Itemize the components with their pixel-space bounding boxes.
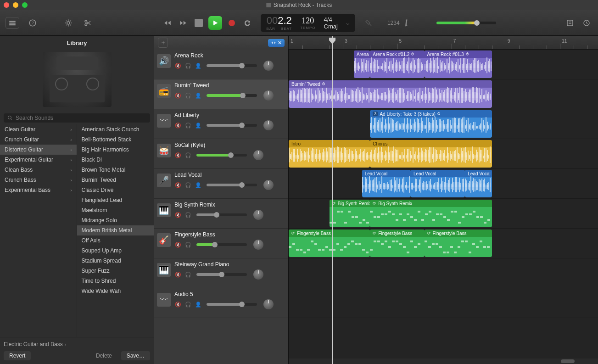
region[interactable]: Lead Vocal: [465, 170, 492, 197]
region[interactable]: Burnin' Tweed⥀: [289, 80, 492, 108]
library-item[interactable]: Black DI: [77, 155, 154, 165]
scissors-icon[interactable]: [82, 17, 94, 29]
region[interactable]: ⟳Fingerstyle Bass: [289, 230, 370, 257]
library-item[interactable]: Crunch Bass›: [0, 175, 77, 185]
settings-icon[interactable]: [62, 17, 74, 29]
track-pan-knob[interactable]: [263, 180, 274, 190]
track-input-button[interactable]: 👤: [195, 301, 202, 308]
record-button[interactable]: [226, 17, 238, 29]
track-pan-knob[interactable]: [253, 269, 263, 280]
library-toggle-button[interactable]: [6, 17, 19, 29]
master-volume-slider[interactable]: [436, 22, 496, 24]
library-item[interactable]: Crunch Guitar›: [0, 134, 77, 145]
track-solo-button[interactable]: 🎧: [184, 151, 192, 159]
library-item[interactable]: Stadium Spread: [77, 256, 154, 266]
library-item[interactable]: Modern British Metal: [77, 225, 154, 235]
track-input-button[interactable]: 👤: [195, 62, 202, 69]
arrange-row[interactable]: Lead VocalLead VocalLead Vocal: [289, 169, 598, 199]
lcd-display[interactable]: 002.2 BARBEAT 120 TEMPO 4/4 Cmaj ⌵: [261, 14, 355, 32]
track-mute-button[interactable]: 🔇: [174, 92, 182, 99]
track-pan-knob[interactable]: [263, 90, 274, 101]
region[interactable]: ⟳Fingerstyle Bass: [425, 230, 492, 257]
library-item[interactable]: Burnin' Tweed: [77, 175, 154, 185]
region[interactable]: Chorus: [370, 140, 492, 168]
add-track-button[interactable]: ＋: [158, 38, 168, 48]
track-volume-slider[interactable]: [196, 154, 247, 157]
notepad-button[interactable]: [564, 17, 576, 29]
cycle-button[interactable]: [241, 17, 253, 29]
arrange-area[interactable]: 1357911 Arena RockArena Rock #01.2⥀Arena…: [289, 36, 598, 364]
track-solo-button[interactable]: 🎧: [184, 211, 192, 218]
track-input-button[interactable]: 👤: [195, 122, 202, 129]
track-pan-knob[interactable]: [263, 61, 274, 71]
region[interactable]: 3Ad Liberty: Take 3 (3 takes)⥀: [370, 110, 492, 138]
track-header[interactable]: 🎸Fingerstyle Bass🔇🎧: [154, 229, 288, 258]
track-header[interactable]: 🎹Big Synth Remix🔇🎧: [154, 199, 288, 229]
horizontal-zoom-button[interactable]: ✕: [268, 39, 285, 47]
library-item[interactable]: Clean Guitar›: [0, 124, 77, 134]
track-input-button[interactable]: 👤: [195, 181, 202, 189]
arrange-row[interactable]: [289, 288, 598, 318]
library-item[interactable]: Souped Up Amp: [77, 246, 154, 256]
track-input-button[interactable]: 👤: [195, 92, 202, 99]
region[interactable]: Arena Rock #01.3⥀: [425, 50, 492, 78]
library-item[interactable]: Clean Bass›: [0, 165, 77, 175]
tuner-icon[interactable]: [363, 17, 374, 29]
track-volume-slider[interactable]: [207, 184, 257, 186]
minimize-window-button[interactable]: [13, 2, 18, 8]
track-header[interactable]: 〰Audio 5🔇🎧👤: [154, 288, 288, 318]
track-solo-button[interactable]: 🎧: [184, 181, 192, 189]
track-mute-button[interactable]: 🔇: [174, 151, 182, 159]
arrange-row[interactable]: IntroChorus: [289, 139, 598, 169]
arrange-row[interactable]: Arena RockArena Rock #01.2⥀Arena Rock #0…: [289, 50, 598, 79]
play-button[interactable]: [208, 16, 222, 30]
track-solo-button[interactable]: 🎧: [184, 92, 192, 99]
track-mute-button[interactable]: 🔇: [174, 211, 182, 218]
save-button[interactable]: Save…: [121, 351, 150, 360]
stop-button[interactable]: [193, 17, 205, 29]
library-item[interactable]: Distorted Guitar›: [0, 145, 77, 155]
library-item[interactable]: Experimental Guitar›: [0, 155, 77, 165]
zoom-window-button[interactable]: [22, 2, 28, 8]
close-window-button[interactable]: [4, 2, 9, 8]
track-pan-knob[interactable]: [263, 299, 274, 309]
track-volume-slider[interactable]: [196, 273, 247, 276]
track-mute-button[interactable]: 🔇: [174, 122, 182, 129]
arrange-row[interactable]: Burnin' Tweed⥀: [289, 79, 598, 109]
arrange-row[interactable]: 3Ad Liberty: Take 3 (3 takes)⥀: [289, 109, 598, 139]
library-item[interactable]: Classic Drive: [77, 185, 154, 195]
bar-ruler[interactable]: 1357911: [289, 36, 598, 50]
track-header[interactable]: 🎤Lead Vocal🔇🎧👤: [154, 169, 288, 199]
library-item[interactable]: Maelstrom: [77, 205, 154, 215]
arrange-row[interactable]: ⟳Fingerstyle Bass⟳Fingerstyle Bass⟳Finge…: [289, 229, 598, 258]
track-pan-knob[interactable]: [253, 240, 263, 250]
loops-button[interactable]: [581, 17, 592, 29]
track-mute-button[interactable]: 🔇: [174, 62, 182, 69]
library-item[interactable]: Big Hair Harmonics: [77, 145, 154, 155]
track-volume-slider[interactable]: [196, 243, 247, 246]
region[interactable]: Arena Rock #01.2⥀: [370, 50, 424, 78]
forward-button[interactable]: [177, 17, 189, 29]
revert-button[interactable]: Revert: [4, 351, 31, 360]
region[interactable]: Arena Rock: [354, 50, 370, 78]
track-header[interactable]: 🥁SoCal (Kyle)🔇🎧: [154, 139, 288, 169]
arrange-row[interactable]: [289, 258, 598, 288]
help-button[interactable]: ?: [27, 17, 39, 29]
search-input[interactable]: Search Sounds: [4, 113, 150, 123]
track-mute-button[interactable]: 🔇: [174, 181, 182, 189]
track-mute-button[interactable]: 🔇: [174, 241, 182, 248]
track-volume-slider[interactable]: [207, 303, 257, 306]
track-volume-slider[interactable]: [207, 94, 257, 97]
track-solo-button[interactable]: 🎧: [184, 301, 192, 308]
track-header[interactable]: 📻Burnin' Tweed🔇🎧👤: [154, 79, 288, 109]
library-item[interactable]: Off Axis: [77, 235, 154, 246]
track-mute-button[interactable]: 🔇: [174, 271, 182, 278]
rewind-button[interactable]: [162, 17, 173, 29]
region[interactable]: Lead Vocal: [362, 170, 411, 197]
delete-button[interactable]: Delete: [90, 351, 117, 360]
track-solo-button[interactable]: 🎧: [184, 62, 192, 69]
track-header[interactable]: 〰Ad Liberty🔇🎧👤: [154, 109, 288, 139]
track-pan-knob[interactable]: [253, 150, 263, 160]
library-path[interactable]: Electric Guitar and Bass›: [4, 341, 150, 347]
library-item[interactable]: Flangilated Lead: [77, 195, 154, 205]
